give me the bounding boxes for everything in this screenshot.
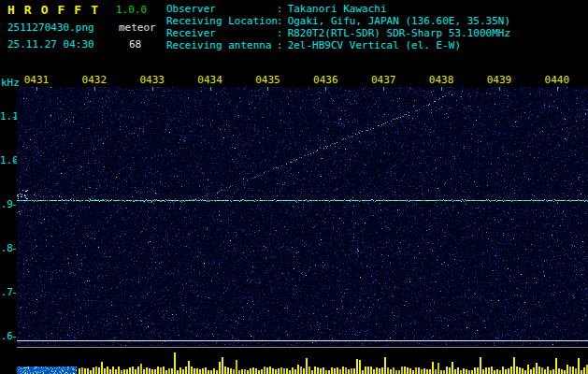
freq-tick-label: .8: [0, 242, 13, 254]
info-value: Takanori Kawachi: [288, 3, 387, 15]
time-tick-label: 0435: [255, 74, 280, 86]
time-tick: [557, 87, 558, 91]
receiver-info: Observer:Takanori KawachiReceiving Locat…: [166, 3, 510, 51]
echo-count: 68: [129, 38, 141, 50]
time-tick-label: 0440: [545, 74, 570, 86]
level-strip-canvas: [17, 350, 588, 374]
time-tick-label: 0433: [139, 74, 165, 86]
time-tick: [210, 87, 211, 91]
time-tick: [36, 87, 37, 91]
info-label: Receiver: [166, 27, 277, 39]
app-version: 1.0.0: [116, 4, 147, 16]
info-row: Receiving antenna:2el-HB9CV Vertical (el…: [166, 39, 510, 51]
freq-tick-label: 1.1: [0, 110, 13, 122]
freq-tick: [13, 337, 16, 338]
hrofft-screen: HROFFT 1.0.0 2511270430.png meteor 25.11…: [0, 0, 588, 374]
time-tick: [94, 87, 95, 91]
freq-tick: [13, 293, 16, 294]
time-tick-label: 0439: [487, 74, 512, 86]
output-filename: 2511270430.png: [7, 22, 94, 34]
info-label: Observer: [166, 3, 277, 15]
info-value: Ogaki, Gifu, JAPAN (136.60E, 35.35N): [288, 15, 510, 27]
mode-label: meteor: [119, 22, 156, 34]
info-colon: :: [277, 39, 283, 51]
info-row: Receiving Location:Ogaki, Gifu, JAPAN (1…: [166, 15, 510, 27]
time-tick-label: 0438: [429, 74, 454, 86]
observation-datetime: 25.11.27 04:30: [7, 38, 94, 50]
separator-line-lower: [17, 347, 588, 348]
separator-line-upper: [17, 340, 588, 341]
time-tick-label: 0431: [24, 74, 50, 86]
time-tick-label: 0436: [313, 74, 338, 86]
time-tick-label: 0432: [82, 74, 108, 86]
time-tick-label: 0437: [371, 74, 396, 86]
info-colon: :: [277, 3, 283, 15]
info-label: Receiving Location: [166, 15, 277, 27]
info-value: R820T2(RTL-SDR) SDR-Sharp 53.1000MHz: [288, 27, 510, 39]
time-tick: [152, 87, 153, 91]
time-tick: [267, 87, 268, 91]
freq-tick: [13, 249, 16, 250]
time-tick: [441, 87, 442, 91]
info-row: Observer:Takanori Kawachi: [166, 3, 510, 15]
freq-tick: [13, 205, 16, 206]
spectrogram-canvas: [17, 87, 588, 346]
time-tick: [383, 87, 384, 91]
info-row: Receiver:R820T2(RTL-SDR) SDR-Sharp 53.10…: [166, 27, 510, 39]
info-value: 2el-HB9CV Vertical (el. E-W): [288, 39, 461, 51]
freq-tick-label: .6: [0, 330, 13, 342]
freq-tick: [13, 161, 16, 162]
freq-tick-label: 1.0: [0, 154, 13, 166]
freq-tick-label: .7: [0, 286, 13, 298]
time-tick-label: 0434: [197, 74, 222, 86]
app-title: HROFFT: [7, 3, 108, 17]
info-colon: :: [277, 27, 283, 39]
time-tick: [325, 87, 326, 91]
time-tick: [499, 87, 500, 91]
info-colon: :: [277, 15, 283, 27]
freq-tick: [13, 117, 16, 118]
freq-tick-label: .9: [0, 198, 13, 210]
info-label: Receiving antenna: [166, 39, 277, 51]
